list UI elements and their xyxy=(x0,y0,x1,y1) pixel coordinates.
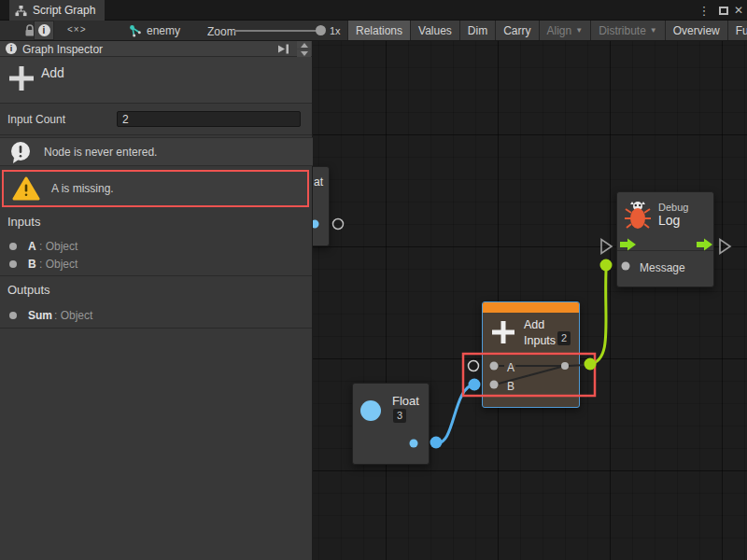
input-count-label: Input Count xyxy=(7,113,65,126)
a-input-unconnected-circle[interactable] xyxy=(469,361,479,371)
wires-overlay xyxy=(313,41,747,560)
chevron-down-icon: ▼ xyxy=(575,26,583,35)
toolbar: i <×> enemy Zoom 1x Relations Values Dim… xyxy=(0,21,747,41)
zoom-value: 1x xyxy=(330,25,341,36)
port-dot-icon xyxy=(9,260,17,268)
graph-breadcrumb-icon xyxy=(129,24,142,37)
graph-inspector-panel: i Graph Inspector Add Input Count Node i… xyxy=(0,41,313,560)
scroll-down-icon[interactable] xyxy=(297,49,311,57)
zoom-slider-handle[interactable] xyxy=(316,25,326,35)
graph-icon xyxy=(15,5,27,17)
flow-in-triangle-icon[interactable] xyxy=(601,240,612,254)
input-port-row-a: A : Object xyxy=(0,238,312,255)
carry-button[interactable]: Carry xyxy=(496,21,539,40)
node-header: Debug Log xyxy=(617,192,713,236)
node-float[interactable]: Float 3 xyxy=(352,383,430,465)
node-title-fragment: at xyxy=(314,175,323,189)
port-type: : Object xyxy=(39,258,78,271)
zoom-slider-track[interactable] xyxy=(234,30,318,32)
b-input-connection-dot[interactable] xyxy=(469,379,481,391)
overview-button[interactable]: Overview xyxy=(666,21,728,40)
bug-icon xyxy=(625,199,651,231)
relations-button[interactable]: Relations xyxy=(348,21,411,40)
inspector-title: Graph Inspector xyxy=(22,43,103,56)
info-message: Node is never entered. xyxy=(0,137,313,166)
port-type: : Object xyxy=(54,309,92,322)
wire-start-dot[interactable] xyxy=(430,437,443,449)
zoom-label: Zoom xyxy=(207,25,236,38)
wire-float-to-b xyxy=(436,385,474,442)
node-active-strip xyxy=(483,302,579,313)
input-port-row-b: B : Object xyxy=(0,256,312,273)
float-circle-icon xyxy=(360,400,381,421)
output-port-row-sum: Sum : Object xyxy=(0,307,312,324)
divider xyxy=(0,275,312,276)
port-name: Sum xyxy=(28,309,52,322)
breadcrumb-label: enemy xyxy=(147,24,180,37)
port-label-b: B xyxy=(507,380,514,393)
divider xyxy=(483,355,579,356)
message-port-label: Message xyxy=(640,261,685,274)
selected-node-title: Add xyxy=(41,65,64,80)
port-name: A xyxy=(28,240,36,253)
node-add-inputs[interactable]: Add Inputs 2 A B xyxy=(482,301,580,408)
distribute-dropdown[interactable]: Distribute▼ xyxy=(591,21,666,40)
node-title: Float xyxy=(392,394,419,408)
scroll-up-icon[interactable] xyxy=(297,41,311,49)
inspector-header: i Graph Inspector xyxy=(0,41,312,57)
window-menu-icon[interactable]: ⋮ xyxy=(697,0,712,21)
wire-sum-to-message xyxy=(590,271,606,364)
graph-canvas[interactable]: at Float 3 Add Inputs 2 A B xyxy=(313,41,747,560)
breadcrumb[interactable]: enemy xyxy=(129,21,180,40)
float-value-badge[interactable]: 3 xyxy=(393,409,406,423)
plus-icon xyxy=(7,64,35,92)
input-count-row: Input Count xyxy=(0,105,312,135)
tab-script-graph[interactable]: Script Graph xyxy=(9,0,105,21)
toolbar-buttons: Relations Values Dim Carry Align▼ Distri… xyxy=(347,21,747,40)
warning-message: A is missing. xyxy=(2,170,309,207)
chevron-down-icon: ▼ xyxy=(650,26,657,35)
align-dropdown[interactable]: Align▼ xyxy=(540,21,592,40)
info-toggle-button[interactable]: i xyxy=(34,21,54,40)
info-icon: i xyxy=(6,43,17,54)
port-label-a: A xyxy=(507,361,514,374)
input-count-badge: 2 xyxy=(557,331,571,345)
title-bar: Script Graph ⋮ ✕ xyxy=(0,0,747,21)
selected-node-summary: Add xyxy=(0,57,312,104)
input-count-field[interactable] xyxy=(117,111,301,127)
sum-output-dot[interactable] xyxy=(585,358,597,371)
flow-out-triangle-icon[interactable] xyxy=(720,240,730,254)
info-icon: i xyxy=(38,24,50,36)
full-screen-button[interactable]: Full Screen xyxy=(728,21,747,40)
inputs-header: Inputs xyxy=(7,215,40,229)
warning-triangle-icon xyxy=(12,176,40,202)
scroll-spinner[interactable] xyxy=(297,41,311,57)
node-debug-log[interactable]: Debug Log Message xyxy=(616,191,714,287)
code-preview-icon[interactable]: <×> xyxy=(67,24,87,35)
values-button[interactable]: Values xyxy=(411,21,460,40)
port-dot-icon xyxy=(9,243,17,250)
info-message-text: Node is never entered. xyxy=(44,146,157,159)
window-maximize-icon[interactable] xyxy=(716,0,731,21)
node-title: Add Inputs xyxy=(524,317,556,349)
node-float-partial[interactable]: at xyxy=(313,166,330,246)
speech-bubble-exclamation-icon xyxy=(8,140,33,164)
divider xyxy=(0,328,312,329)
dock-panel-icon[interactable] xyxy=(277,44,289,54)
warning-message-text: A is missing. xyxy=(51,182,114,195)
plus-icon xyxy=(490,319,516,345)
wire-end-dot[interactable] xyxy=(600,259,613,272)
dim-button[interactable]: Dim xyxy=(460,21,496,40)
port-type: : Object xyxy=(39,240,78,253)
flow-ports-row xyxy=(617,236,713,251)
unconnected-port-circle[interactable] xyxy=(333,219,344,230)
port-dot-icon xyxy=(9,312,17,319)
outputs-header: Outputs xyxy=(7,283,50,297)
node-title: Debug Log xyxy=(658,202,688,228)
tab-label: Script Graph xyxy=(33,4,95,17)
window-close-icon[interactable]: ✕ xyxy=(731,0,746,21)
port-name: B xyxy=(28,258,36,271)
